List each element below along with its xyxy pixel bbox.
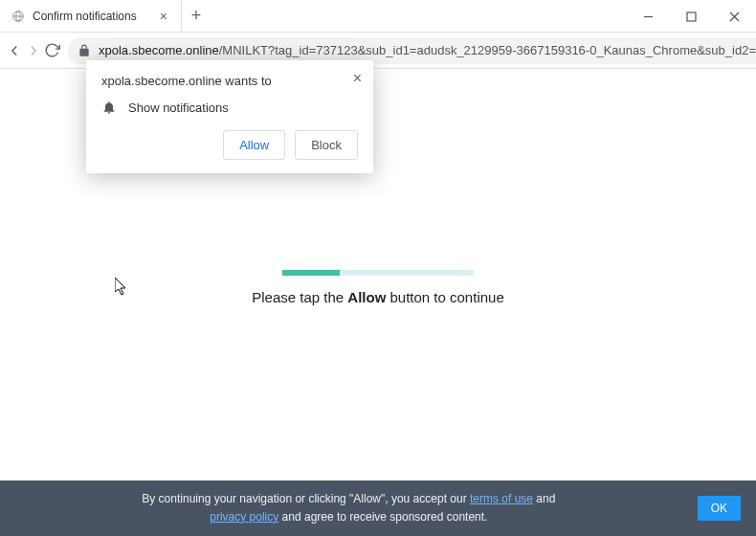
cookie-ok-button[interactable]: OK xyxy=(698,496,741,521)
notification-permission-dialog: × xpola.sbecome.online wants to Show not… xyxy=(86,60,373,173)
globe-icon xyxy=(11,10,25,23)
tab-title: Confirm notifications xyxy=(33,10,148,23)
back-button[interactable] xyxy=(6,36,23,65)
allow-button[interactable]: Allow xyxy=(223,130,285,160)
titlebar: Confirm notifications × + xyxy=(0,0,756,33)
permission-row: Show notifications xyxy=(101,100,358,115)
cookie-consent-bar: By continuing your navigation or clickin… xyxy=(0,480,756,536)
maximize-button[interactable] xyxy=(670,0,713,33)
privacy-link[interactable]: privacy policy xyxy=(210,510,278,524)
block-button[interactable]: Block xyxy=(295,130,358,160)
dialog-close-button[interactable]: × xyxy=(353,70,362,87)
bell-icon xyxy=(101,100,117,115)
reload-button[interactable] xyxy=(44,36,60,65)
forward-button xyxy=(25,36,42,65)
cookie-text: By continuing your navigation or clickin… xyxy=(15,490,682,526)
dialog-title: xpola.sbecome.online wants to xyxy=(101,74,358,88)
close-window-button[interactable] xyxy=(713,0,756,33)
tab-close-button[interactable]: × xyxy=(156,7,171,26)
instruction-text: Please tap the Allow button to continue xyxy=(0,289,756,305)
url-text: xpola.sbecome.online/MNILKT?tag_id=73712… xyxy=(99,43,756,57)
svg-rect-4 xyxy=(687,12,696,21)
permission-label: Show notifications xyxy=(128,100,229,115)
browser-tab[interactable]: Confirm notifications × xyxy=(0,0,182,32)
window-controls xyxy=(627,0,756,33)
new-tab-button[interactable]: + xyxy=(182,0,211,32)
minimize-button[interactable] xyxy=(627,0,670,33)
terms-link[interactable]: terms of use xyxy=(470,492,533,505)
lock-icon xyxy=(78,44,91,57)
progress-bar xyxy=(282,270,474,276)
